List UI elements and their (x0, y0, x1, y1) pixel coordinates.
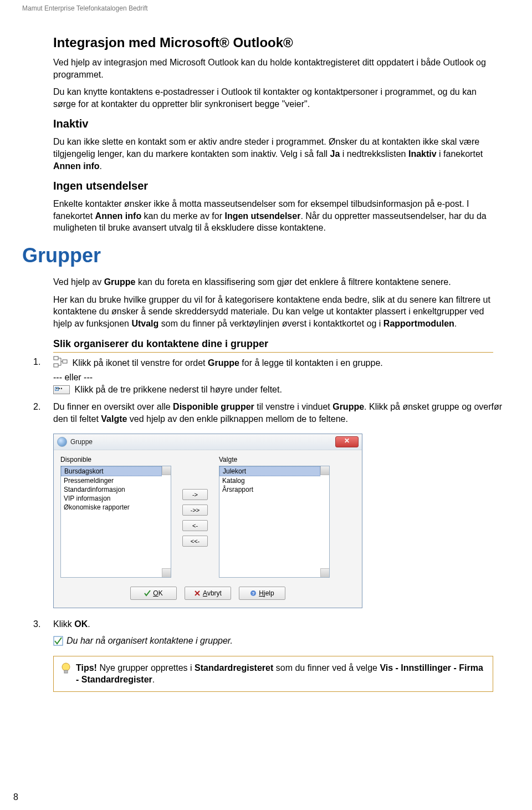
p-grupper-2: Her kan du bruke hvilke grupper du vil f… (53, 294, 493, 330)
step-number-1: 1. (22, 356, 53, 368)
p-integrasjon-2: Du kan knytte kontaktens e-postadresser … (53, 86, 493, 110)
step2-b: til venstre i vinduet (254, 402, 332, 411)
help-icon: ? (250, 590, 257, 597)
step2-valgte: Valgte (101, 414, 127, 424)
ok-check-icon (144, 590, 151, 597)
close-button[interactable]: ✕ (335, 436, 359, 447)
svg-rect-2 (63, 360, 67, 363)
gruppe-dialog: Gruppe ✕ Disponible Bursdagskort Pressem… (53, 434, 362, 608)
list-item[interactable]: Standardinformasjon (61, 485, 162, 494)
scroll-up-icon[interactable] (162, 466, 171, 475)
step3-b: . (88, 619, 90, 629)
step2-a: Du finner en oversikt over alle (53, 402, 173, 411)
done-text: Du har nå organisert kontaktene i gruppe… (66, 636, 233, 646)
listbox-valgte[interactable]: Julekort Katalog Årsrapport (219, 466, 330, 578)
scroll-down-icon[interactable] (320, 568, 329, 577)
p-integrasjon-1: Ved hjelp av integrasjon med Microsoft O… (53, 57, 493, 80)
list-item[interactable]: Katalog (219, 476, 320, 485)
label-valgte: Valgte (219, 456, 330, 463)
step1-or: --- eller --- (53, 373, 93, 382)
step-number-3: 3. (22, 618, 53, 630)
move-right-button[interactable]: -> (182, 489, 208, 500)
step-number-2: 2. (22, 401, 53, 413)
scroll-down-icon[interactable] (162, 568, 171, 577)
list-item[interactable]: Årsrapport (219, 485, 320, 494)
move-all-left-button[interactable]: <<- (182, 536, 208, 547)
svg-rect-1 (54, 364, 58, 367)
p-inaktiv: Du kan ikke slette en kontakt som er akt… (53, 136, 493, 172)
svg-text:?: ? (252, 591, 255, 596)
svg-rect-0 (54, 356, 58, 360)
list-item[interactable]: Økonomiske rapporter (61, 503, 162, 512)
step3-ok: OK (74, 619, 88, 629)
h3-ingen-utsendelser: Ingen utsendelser (53, 180, 493, 192)
tip-text: Tips! Nye grupper opprettes i Standardre… (76, 662, 486, 686)
p-grupper-1: Ved hjelp av Gruppe kan du foreta en kla… (53, 276, 493, 288)
svg-point-12 (62, 663, 70, 671)
step2-gruppe: Gruppe (332, 402, 364, 411)
h3-inaktiv: Inaktiv (53, 118, 493, 130)
doc-header: Mamut Enterprise Telefonkatalogen Bedrif… (22, 0, 510, 34)
lightbulb-icon (60, 662, 71, 675)
step1-gruppe: Gruppe (208, 358, 239, 368)
hjelp-button[interactable]: ? Hjelp (239, 587, 285, 600)
label-disponible: Disponible (60, 456, 171, 463)
step2-d: ved hjelp av den enkle pilknappen mellom… (127, 414, 347, 424)
step1-text-c: Klikk på de tre prikkene nederst til høy… (74, 385, 282, 394)
dialog-titlebar: Gruppe ✕ (54, 434, 362, 450)
cancel-icon (194, 590, 201, 597)
svg-rect-13 (64, 670, 68, 673)
ok-button[interactable]: OK (130, 587, 177, 600)
page-number: 8 (13, 792, 18, 802)
ellipsis-button-icon (53, 385, 70, 394)
scroll-up-icon[interactable] (320, 466, 329, 475)
listbox-disponible[interactable]: Bursdagskort Pressemeldinger Standardinf… (60, 466, 171, 578)
step2-disp: Disponible grupper (173, 402, 254, 411)
checkmark-icon (53, 636, 63, 646)
step1-text-b: for å legge til kontakten i en gruppe. (239, 358, 383, 368)
h2-integrasjon: Integrasjon med Microsoft® Outlook® (53, 34, 493, 51)
tip-box: Tips! Nye grupper opprettes i Standardre… (53, 656, 493, 692)
move-left-button[interactable]: <- (182, 520, 208, 531)
group-structure-icon (53, 356, 68, 371)
h1-grupper: Grupper (22, 244, 510, 267)
list-item[interactable]: VIP informasjon (61, 494, 162, 503)
p-ingen: Enkelte kontakter ønsker ikke å motta ma… (53, 198, 493, 234)
step1-text-a: Klikk på ikonet til venstre for ordet (72, 358, 208, 368)
h3-slik-organiserer: Slik organiserer du kontaktene dine i gr… (53, 338, 493, 353)
move-all-right-button[interactable]: ->> (182, 505, 208, 516)
dialog-title: Gruppe (70, 438, 335, 446)
list-item[interactable]: Bursdagskort (61, 466, 162, 476)
list-item[interactable]: Julekort (219, 466, 320, 476)
step3-a: Klikk (53, 619, 74, 629)
avbryt-button[interactable]: Avbryt (185, 587, 231, 600)
app-icon (57, 437, 67, 447)
list-item[interactable]: Pressemeldinger (61, 476, 162, 485)
